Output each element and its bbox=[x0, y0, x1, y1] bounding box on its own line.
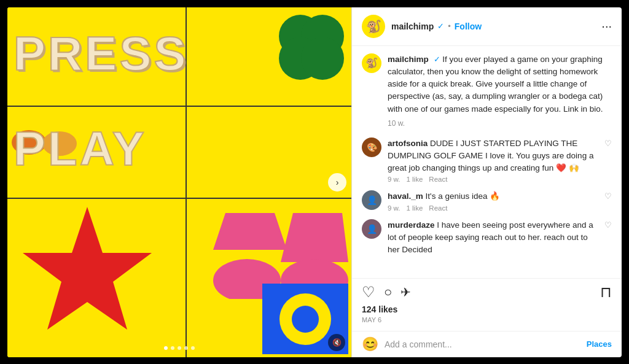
bookmark-icon[interactable]: ⊓ bbox=[600, 284, 612, 301]
grid-line-h1 bbox=[7, 106, 351, 107]
comment-likes-haval: 1 like bbox=[406, 204, 423, 212]
nav-dot-3[interactable] bbox=[178, 346, 181, 350]
comment-meta-haval: 9 w. 1 like React bbox=[388, 204, 598, 212]
press-text: PRESS bbox=[14, 26, 188, 82]
comment-meta-artofsonia: 9 w. 1 like React bbox=[388, 176, 598, 183]
image-panel: PRESS PLAY bbox=[7, 7, 351, 357]
action-icons-row: ♡ ○ ✈ ⊓ bbox=[362, 284, 612, 301]
svg-marker-7 bbox=[23, 207, 152, 330]
comment-body-artofsonia: artofsonia DUDE I JUST STARTED PLAYING T… bbox=[388, 137, 598, 184]
comment-react-artofsonia[interactable]: React bbox=[429, 176, 447, 183]
username-row: mailchimp ✓ • Follow bbox=[391, 21, 596, 31]
comment-input[interactable] bbox=[385, 339, 580, 349]
like-icon[interactable]: ♡ bbox=[362, 284, 375, 301]
comment-like-haval[interactable]: ♡ bbox=[604, 190, 612, 201]
next-button[interactable]: › bbox=[328, 173, 346, 192]
comment-haval: 👤 haval._m It's a genius idea 🔥 9 w. 1 l… bbox=[362, 190, 612, 212]
caption-section: 🐒 mailchimp ✓ If you ever played a game … bbox=[362, 53, 612, 129]
nav-dot-4[interactable] bbox=[184, 346, 188, 350]
nav-dots bbox=[164, 346, 195, 350]
press-play-artwork: PRESS PLAY bbox=[7, 7, 351, 357]
comment-username-artofsonia[interactable]: artofsonia bbox=[388, 139, 428, 148]
header-username[interactable]: mailchimp bbox=[391, 21, 434, 31]
avatar-image: 🐒 bbox=[362, 15, 385, 38]
comment-avatar-murderdaze[interactable]: 👤 bbox=[362, 219, 381, 239]
caption-verified: ✓ bbox=[434, 55, 440, 64]
verified-badge: ✓ bbox=[437, 21, 444, 31]
comment-like-murderdaze[interactable]: ♡ bbox=[604, 219, 612, 230]
caption-avatar[interactable]: 🐒 bbox=[362, 53, 381, 73]
content-panel: 🐒 mailchimp ✓ • Follow ··· 🐒 mailchimp ✓ bbox=[351, 7, 622, 357]
comment-avatar-artofsonia[interactable]: 🎨 bbox=[362, 137, 381, 157]
nav-dot-2[interactable] bbox=[171, 346, 174, 350]
places-button[interactable]: Places bbox=[587, 339, 612, 349]
emoji-button[interactable]: 😊 bbox=[362, 336, 378, 352]
comment-text-artofsonia: artofsonia DUDE I JUST STARTED PLAYING T… bbox=[388, 139, 593, 172]
comment-body-murderdaze: murderdaze I have been seeing post every… bbox=[388, 219, 598, 256]
post-header: 🐒 mailchimp ✓ • Follow ··· bbox=[352, 7, 622, 46]
more-options-button[interactable]: ··· bbox=[601, 19, 612, 33]
caption-time: 10 w. bbox=[388, 118, 612, 129]
green-clover-icon bbox=[278, 14, 345, 81]
comment-username-haval[interactable]: haval._m bbox=[388, 192, 423, 201]
post-date: MAY 6 bbox=[362, 316, 612, 323]
comment-avatar-haval[interactable]: 👤 bbox=[362, 190, 381, 210]
comment-time-haval: 9 w. bbox=[388, 204, 400, 212]
caption-username[interactable]: mailchimp bbox=[388, 55, 429, 64]
red-star-icon bbox=[17, 198, 158, 339]
nav-dot-1[interactable] bbox=[164, 346, 168, 350]
post-body: 🐒 mailchimp ✓ If you ever played a game … bbox=[352, 46, 622, 278]
share-icon[interactable]: ✈ bbox=[400, 285, 411, 300]
comment-text-haval: haval._m It's a genius idea 🔥 bbox=[388, 192, 500, 201]
comment-murderdaze: 👤 murderdaze I have been seeing post eve… bbox=[362, 219, 612, 256]
comment-time-artofsonia: 9 w. bbox=[388, 176, 400, 183]
follow-button[interactable]: Follow bbox=[455, 21, 482, 31]
mute-button[interactable]: 🔇 bbox=[328, 334, 345, 351]
comment-react-haval[interactable]: React bbox=[429, 204, 447, 212]
comment-username-murderdaze[interactable]: murderdaze bbox=[388, 220, 435, 230]
comment-body-haval: haval._m It's a genius idea 🔥 9 w. 1 lik… bbox=[388, 190, 598, 212]
likes-count: 124 likes bbox=[362, 304, 612, 314]
play-text: PLAY bbox=[14, 121, 147, 177]
comment-like-artofsonia[interactable]: ♡ bbox=[604, 137, 612, 148]
actions-bar: ♡ ○ ✈ ⊓ 124 likes MAY 6 bbox=[352, 278, 622, 331]
header-info: mailchimp ✓ • Follow bbox=[391, 21, 596, 31]
svg-rect-4 bbox=[305, 41, 318, 53]
comment-input-row: 😊 Places bbox=[352, 331, 622, 357]
comment-icon[interactable]: ○ bbox=[384, 284, 392, 300]
caption-content: mailchimp ✓ If you ever played a game on… bbox=[388, 53, 612, 129]
svg-point-12 bbox=[292, 306, 319, 333]
instagram-modal: PRESS PLAY bbox=[7, 7, 622, 357]
comment-text-murderdaze: murderdaze I have been seeing post every… bbox=[388, 220, 593, 254]
profile-avatar[interactable]: 🐒 bbox=[362, 15, 385, 38]
nav-dot-5[interactable] bbox=[191, 346, 195, 350]
comment-likes-artofsonia: 1 like bbox=[406, 176, 423, 183]
comment-artofsonia: 🎨 artofsonia DUDE I JUST STARTED PLAYING… bbox=[362, 137, 612, 184]
separator: • bbox=[448, 21, 451, 31]
